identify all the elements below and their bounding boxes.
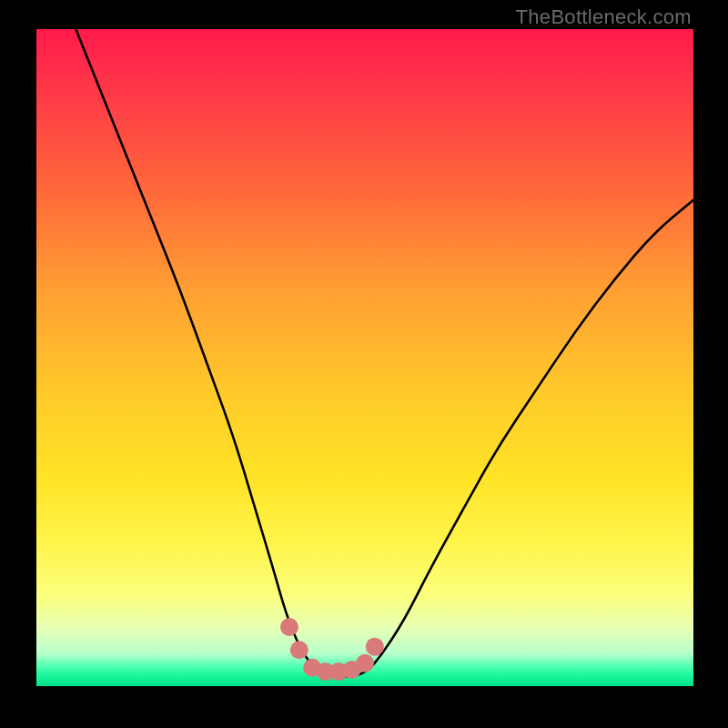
plot-area [36,29,693,686]
highlight-dot [290,641,308,659]
highlight-dot [356,654,374,672]
highlight-dots-group [280,618,384,681]
watermark-text: TheBottleneck.com [516,5,692,29]
bottleneck-curve-svg [36,29,693,686]
bottleneck-curve [76,29,693,676]
highlight-dot [366,638,384,656]
highlight-dot [280,618,298,636]
chart-frame: TheBottleneck.com [0,0,728,728]
